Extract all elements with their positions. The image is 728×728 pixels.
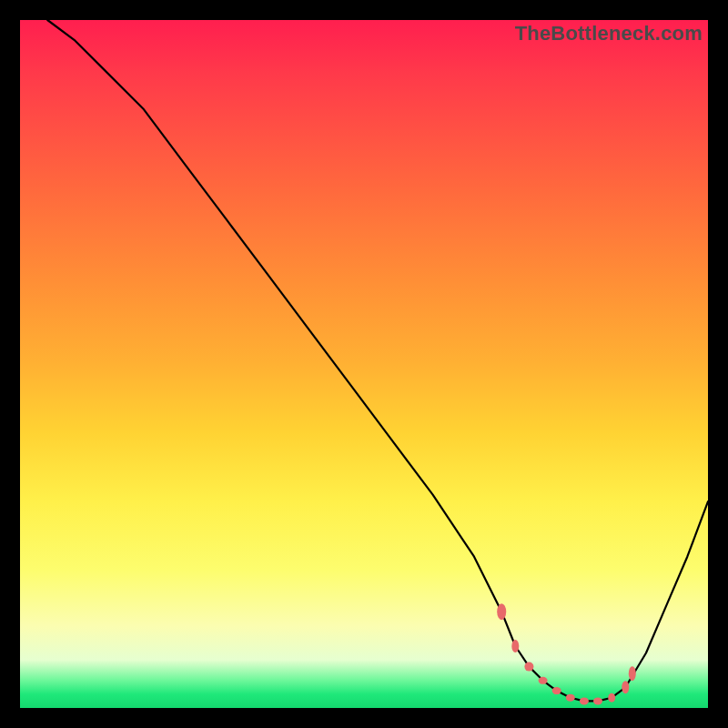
curve-markers bbox=[497, 603, 636, 704]
curve-marker bbox=[524, 662, 533, 672]
curve-marker bbox=[608, 693, 615, 703]
chart-svg bbox=[20, 20, 708, 708]
bottleneck-curve bbox=[47, 20, 708, 701]
curve-marker bbox=[622, 681, 629, 693]
chart-frame: TheBottleneck.com bbox=[0, 0, 728, 728]
curve-marker bbox=[539, 677, 548, 684]
curve-marker bbox=[511, 640, 519, 652]
curve-marker bbox=[497, 603, 506, 620]
curve-marker bbox=[629, 666, 636, 681]
curve-marker bbox=[580, 697, 589, 704]
curve-marker bbox=[566, 694, 575, 702]
curve-marker bbox=[593, 697, 602, 704]
plot-area: TheBottleneck.com bbox=[20, 20, 708, 708]
curve-marker bbox=[552, 687, 561, 694]
